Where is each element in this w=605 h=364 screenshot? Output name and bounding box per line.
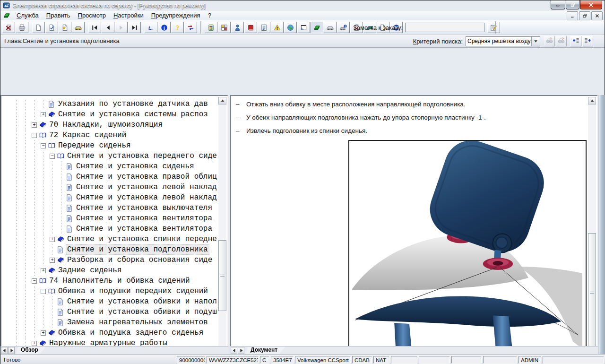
menu-settings[interactable]: Настройки [110, 11, 147, 20]
tree-item[interactable]: −74 Наполнитель и обивка сидений [2, 276, 218, 286]
tree-item[interactable]: Снятие и установка обивки и подуш [2, 307, 218, 317]
tree-item[interactable]: Снятие и установка обивки и напол [2, 296, 218, 307]
tree-item[interactable]: Снятие и установка выключателя [2, 203, 218, 213]
tree-item[interactable]: Снятие и установка подголовника [2, 244, 218, 255]
tree-item[interactable]: Снятие и установка вентилятора [2, 224, 218, 234]
expand-icon[interactable]: + [50, 237, 55, 242]
edit-note-button[interactable] [487, 22, 500, 33]
tree-item-label[interactable]: Снятие и установка системы распоз [57, 109, 209, 120]
expand-icon[interactable]: + [32, 122, 37, 128]
globe-button[interactable] [284, 22, 297, 33]
tree-item-label[interactable]: Снятие и установка вентилятора [75, 224, 214, 234]
collapse-icon[interactable]: − [32, 278, 37, 284]
order-note-input[interactable] [405, 23, 484, 32]
vehicle-button[interactable] [72, 22, 85, 33]
tree-item[interactable]: Снятие и установка правой облиц [2, 172, 218, 182]
help-button[interactable]: ? [171, 22, 184, 33]
next-topic-button[interactable] [582, 36, 593, 46]
restore-button[interactable] [566, 0, 579, 9]
scroll-up-button[interactable] [588, 97, 596, 104]
chevron-down-icon[interactable] [531, 37, 540, 46]
menu-edit[interactable]: Править [43, 11, 74, 20]
scroll-up-button[interactable] [218, 97, 226, 104]
tree-item-label[interactable]: Замена нагревательных элементов [66, 317, 209, 328]
vehicle-info-button[interactable] [337, 22, 350, 33]
last-document-button[interactable] [128, 22, 141, 33]
collapse-icon[interactable]: − [32, 133, 37, 138]
document-list-button[interactable] [258, 22, 270, 33]
repair-manual-button[interactable] [311, 22, 323, 33]
tree-item[interactable]: Указания по установке датчика дав [2, 99, 218, 109]
previous-document-button[interactable] [102, 22, 114, 33]
tree-item-label[interactable]: Снятие и установка правой облиц [75, 172, 218, 182]
search-next-button[interactable] [556, 36, 567, 46]
tree-item-label[interactable]: Обивка и подушки передних сидений [57, 286, 209, 296]
tree-item-label[interactable]: Снятие и установка спинки передне [66, 234, 218, 244]
tree-item[interactable]: +Задние сиденья [2, 265, 218, 276]
tree-item-label[interactable]: Снятие и установка левой наклад [75, 192, 218, 203]
tree-item[interactable]: −Снятие и установка переднего сиде [2, 151, 218, 161]
tree-item-label[interactable]: Обивка и подушка заднего сиденья [57, 328, 205, 338]
tree-item-label[interactable]: Задние сиденья [57, 265, 123, 276]
tree-item-label[interactable]: Разборка и сборка основания сиде [66, 255, 214, 265]
tree-item-label[interactable]: Снятие и установка сиденья [75, 161, 196, 172]
menu-view[interactable]: Просмотр [74, 11, 110, 20]
chapter-tree[interactable]: Указания по установке датчика дав+Снятие… [2, 97, 218, 364]
service-card-button[interactable] [205, 22, 217, 33]
menu-service[interactable]: Служба [13, 11, 43, 20]
collapse-icon[interactable]: − [50, 154, 55, 159]
history-button[interactable]: t.. [145, 22, 157, 33]
tree-item[interactable]: +Снятие и установка спинки передне [2, 234, 218, 244]
tree-item[interactable]: Снятие и установка левой наклад [2, 182, 218, 192]
wiring-diagrams-button[interactable] [244, 22, 257, 33]
tab-overview[interactable]: Обзор [16, 347, 46, 355]
tree-item-label[interactable]: Снятие и установка обивки и напол [66, 296, 218, 307]
expand-icon[interactable]: + [50, 258, 55, 263]
exit-button[interactable] [2, 22, 15, 33]
vehicle-data-button[interactable] [324, 22, 337, 33]
warnings-button[interactable] [271, 22, 284, 33]
body-repair-button[interactable] [297, 22, 310, 33]
tree-item[interactable]: Замена нагревательных элементов [2, 317, 218, 328]
tree-item-label[interactable]: Указания по установке датчика дав [57, 99, 209, 109]
tab-scroll-right-button[interactable] [238, 347, 244, 354]
tree-item[interactable]: Снятие и установка левой наклад [2, 192, 218, 203]
tree-item[interactable]: +Снятие и установка системы распоз [2, 109, 218, 120]
tab-scroll-right-button[interactable] [8, 347, 15, 354]
scroll-thumb[interactable] [588, 233, 596, 353]
minimize-button[interactable] [551, 0, 565, 9]
collapse-icon[interactable]: − [41, 143, 46, 148]
tree-item-label[interactable]: Снятие и установка вентилятора [75, 213, 214, 224]
tree-item-label[interactable]: Снятие и установка выключателя [75, 203, 214, 213]
tree-item-label[interactable]: Снятие и установка обивки и подуш [66, 307, 218, 317]
tree-item-label[interactable]: Снятие и установка левой наклад [75, 182, 218, 192]
new-document-button[interactable] [32, 22, 45, 33]
scroll-thumb[interactable] [218, 240, 226, 311]
tree-item-label[interactable]: 70 Накладки, шумоизоляция [48, 120, 164, 130]
tree-item[interactable]: +Разборка и сборка основания сиде [2, 255, 218, 265]
tree-vertical-scrollbar[interactable] [218, 97, 226, 364]
collapse-icon[interactable]: − [41, 289, 46, 294]
tree-item[interactable]: Снятие и установка сиденья [2, 161, 218, 172]
mdi-restore-button[interactable] [579, 11, 590, 20]
print-button[interactable] [16, 22, 28, 33]
expand-icon[interactable]: + [41, 268, 46, 273]
tree-item-label[interactable]: Передние сиденья [57, 140, 132, 151]
previous-topic-button[interactable] [570, 36, 581, 46]
menu-help[interactable]: ? [204, 11, 215, 20]
toggle-panels-button[interactable] [184, 22, 197, 33]
tree-item[interactable]: +Обивка и подушка заднего сиденья [2, 328, 218, 338]
document-create-button[interactable] [59, 22, 71, 33]
expand-icon[interactable]: + [32, 341, 37, 346]
tab-document[interactable]: Документ [246, 347, 285, 355]
document-vertical-scrollbar[interactable] [588, 97, 596, 364]
tree-item[interactable]: +70 Накладки, шумоизоляция [2, 120, 218, 130]
tree-item-label[interactable]: 74 Наполнитель и обивка сидений [48, 276, 191, 286]
tab-scroll-left-button[interactable] [231, 347, 237, 354]
info-button[interactable]: i [158, 22, 171, 33]
overview-window-button[interactable] [218, 22, 231, 33]
mdi-close-button[interactable] [591, 11, 603, 20]
search-criteria-select[interactable]: Средняя решётка воздух [466, 36, 540, 46]
tree-item-label[interactable]: Снятие и установка переднего сиде [66, 151, 218, 161]
menu-warnings[interactable]: Предупреждения [147, 11, 204, 20]
